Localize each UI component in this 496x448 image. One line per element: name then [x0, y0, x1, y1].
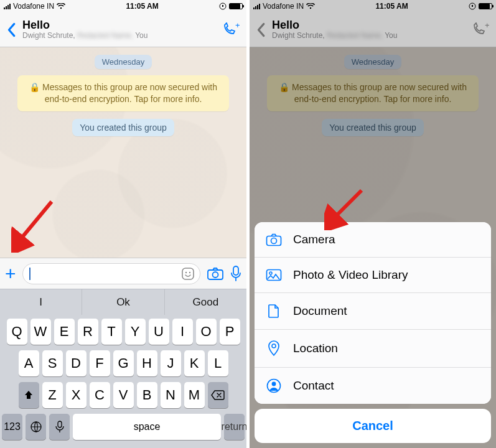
globe-icon	[30, 421, 42, 433]
status-right	[219, 2, 243, 10]
key-f[interactable]: F	[90, 350, 110, 376]
key-q[interactable]: Q	[7, 319, 27, 345]
status-left: Vodafone IN	[4, 2, 65, 11]
chat-title-block[interactable]: Hello Dwight Schrute, Redacted Name, You	[22, 19, 215, 40]
keyboard: Q W E R T Y U I O P A S D F G H J K L Z	[0, 315, 246, 448]
document-icon	[266, 304, 282, 319]
svg-point-5	[189, 271, 190, 273]
back-button[interactable]	[256, 22, 266, 37]
signal-icon	[4, 3, 11, 9]
sheet-contact[interactable]: Contact	[255, 368, 491, 404]
attach-button[interactable]: +	[5, 264, 16, 283]
key-o[interactable]: O	[196, 319, 217, 345]
camera-button[interactable]	[207, 267, 224, 281]
backspace-icon	[211, 390, 225, 400]
key-l[interactable]: L	[208, 350, 228, 376]
key-b[interactable]: B	[137, 382, 157, 408]
key-m[interactable]: M	[184, 382, 205, 408]
key-k[interactable]: K	[184, 350, 205, 376]
mic-button[interactable]	[230, 266, 241, 282]
key-a[interactable]: A	[19, 350, 39, 376]
key-v[interactable]: V	[113, 382, 134, 408]
lock-icon: 🔒	[29, 82, 40, 92]
key-u[interactable]: U	[149, 319, 169, 345]
location-icon	[266, 340, 282, 357]
svg-point-7	[213, 272, 218, 278]
key-x[interactable]: X	[66, 382, 87, 408]
nav-header: Hello Dwight Schrute, Redacted Name, You…	[0, 12, 246, 47]
chat-title-block[interactable]: Hello Dwight Schrute, Redacted Name, You	[272, 19, 465, 40]
sheet-photo-video[interactable]: Photo & Video Library	[255, 258, 491, 293]
svg-rect-10	[58, 421, 62, 427]
svg-point-18	[272, 344, 276, 348]
key-d[interactable]: D	[66, 350, 87, 376]
key-s[interactable]: S	[42, 350, 63, 376]
key-return[interactable]: return	[224, 414, 245, 440]
svg-point-4	[185, 271, 187, 273]
svg-text:+: +	[485, 22, 490, 30]
quicktype-suggestion[interactable]: Good	[165, 289, 246, 315]
camera-icon	[266, 233, 282, 246]
sheet-location[interactable]: Location	[255, 330, 491, 368]
action-sheet-list: Camera Photo & Video Library Document Lo…	[255, 222, 491, 404]
back-button[interactable]	[6, 22, 16, 37]
shift-icon	[23, 390, 34, 401]
sheet-document[interactable]: Document	[255, 293, 491, 330]
sheet-label: Location	[293, 342, 338, 355]
call-button[interactable]: +	[471, 22, 490, 37]
phone-right: Vodafone IN 11:05 AM Hello Dwight Schrut…	[250, 0, 496, 448]
quicktype-suggestion[interactable]: Ok	[82, 289, 164, 315]
key-h[interactable]: H	[137, 350, 157, 376]
status-bar: Vodafone IN 11:05 AM	[0, 0, 246, 12]
key-backspace[interactable]	[208, 382, 228, 408]
sheet-cancel-button[interactable]: Cancel	[255, 409, 491, 443]
encryption-notice[interactable]: 🔒Messages to this group are now secured …	[17, 75, 229, 111]
key-g[interactable]: G	[113, 350, 134, 376]
sheet-label: Camera	[293, 233, 335, 246]
key-p[interactable]: P	[220, 319, 240, 345]
call-button[interactable]: +	[222, 22, 240, 37]
sheet-label: Photo & Video Library	[293, 268, 408, 282]
key-123[interactable]: 123	[2, 414, 22, 440]
text-cursor	[29, 268, 30, 280]
battery-icon	[229, 3, 243, 9]
chat-area[interactable]: Wednesday 🔒Messages to this group are no…	[0, 47, 246, 258]
date-pill: Wednesday	[95, 55, 152, 69]
clock-label: 11:05 AM	[126, 2, 158, 11]
key-space[interactable]: space	[73, 414, 221, 440]
chat-subtitle: Dwight Schrute, Redacted Name, You	[272, 32, 465, 40]
sticker-icon[interactable]	[181, 267, 195, 281]
chat-title: Hello	[22, 19, 215, 32]
message-input[interactable]	[22, 263, 200, 284]
sheet-camera[interactable]: Camera	[255, 222, 491, 258]
svg-rect-3	[182, 268, 194, 279]
key-dictation[interactable]	[49, 414, 70, 440]
svg-line-2	[19, 202, 52, 241]
svg-rect-8	[233, 266, 238, 275]
quicktype-suggestion[interactable]: I	[0, 289, 82, 315]
key-t[interactable]: T	[101, 319, 122, 345]
key-j[interactable]: J	[161, 350, 181, 376]
chat-title: Hello	[272, 19, 465, 32]
chat-subtitle: Dwight Schrute, Redacted Name, You	[22, 32, 215, 40]
key-e[interactable]: E	[54, 319, 75, 345]
key-y[interactable]: Y	[125, 319, 146, 345]
key-w[interactable]: W	[30, 319, 51, 345]
svg-point-20	[272, 382, 276, 386]
key-n[interactable]: N	[161, 382, 181, 408]
contact-icon	[266, 378, 282, 393]
key-c[interactable]: C	[90, 382, 110, 408]
key-shift[interactable]	[19, 382, 39, 408]
input-bar: +	[0, 258, 246, 289]
wifi-icon	[306, 3, 315, 9]
orientation-lock-icon	[469, 2, 476, 10]
sheet-label: Contact	[293, 379, 334, 393]
photo-icon	[266, 269, 282, 281]
nav-header: Hello Dwight Schrute, Redacted Name, You…	[250, 12, 496, 47]
key-z[interactable]: Z	[42, 382, 63, 408]
svg-point-15	[271, 238, 277, 243]
orientation-lock-icon	[219, 2, 227, 10]
key-i[interactable]: I	[172, 319, 193, 345]
key-r[interactable]: R	[78, 319, 98, 345]
key-globe[interactable]	[26, 414, 46, 440]
